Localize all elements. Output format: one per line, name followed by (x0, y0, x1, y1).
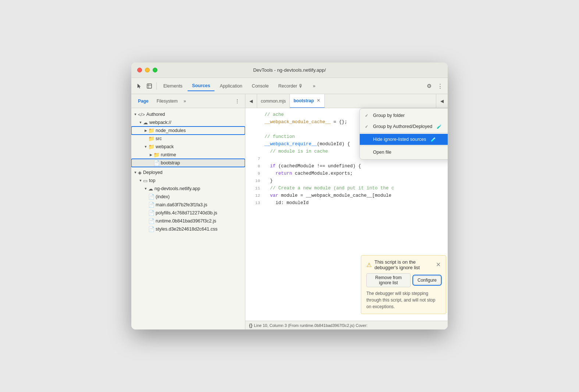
code-line-12: 12 var module = __webpack_module_cache__… (245, 192, 448, 199)
status-text: Line 10, Column 3 (From runtime.0b841bad… (254, 323, 367, 328)
notif-title: This script is on the debugger's ignore … (374, 259, 433, 270)
webpack-folder-item[interactable]: ▼ 📁 webpack (131, 143, 245, 151)
styles-file-item[interactable]: 📄 styles.d3e2b24618d2c641.css (131, 225, 245, 233)
menu-group-authored-deployed[interactable]: ✓ Group by Authored/Deployed 🧪 (360, 121, 448, 132)
check-icon: ✓ (365, 124, 370, 129)
tab-recorder[interactable]: Recorder 🎙 (274, 81, 308, 91)
title-bar: DevTools - ng-devtools.netlify.app/ (131, 63, 448, 78)
sec-tab-more[interactable]: » (182, 98, 188, 104)
traffic-lights (137, 68, 157, 72)
bootstrap-tab-label: bootstrap (294, 98, 314, 103)
menu-hide-ignore-listed[interactable]: Hide ignore-listed sources 🧪 (360, 134, 448, 145)
status-bar: {} Line 10, Column 3 (From runtime.0b841… (245, 321, 448, 329)
minimize-button[interactable] (145, 68, 150, 72)
maximize-button[interactable] (153, 68, 157, 72)
index-file-item[interactable]: 📄 (index) (131, 193, 245, 201)
check-icon: ✓ (365, 113, 370, 118)
bootstrap-item[interactable]: 📄 bootstrap (131, 159, 245, 167)
menu-item-label: Hide ignore-listed sources (373, 137, 426, 142)
experiment-icon: 🧪 (431, 137, 436, 142)
file-tab-common[interactable]: common.mjs (257, 94, 290, 108)
notif-close-button[interactable]: ✕ (436, 262, 441, 268)
common-tab-label: common.mjs (261, 99, 286, 104)
ignore-notification: ⚠ This script is on the debugger's ignor… (361, 255, 446, 314)
remove-from-ignore-button[interactable]: Remove from ignore list (366, 273, 411, 287)
file-tabs: ◀ common.mjs bootstrap ✕ ◀ (245, 94, 448, 108)
bootstrap-tab-close[interactable]: ✕ (316, 98, 321, 103)
tab-bar: Elements Sources Application Console Rec… (131, 78, 448, 94)
tab-more[interactable]: » (308, 81, 320, 91)
runtime-item[interactable]: ▶ 📁 runtime (131, 151, 245, 159)
menu-separator (360, 146, 448, 146)
file-tree: ▼ </> Authored ▼ ☁ webpack:// ▶ 📁 node_m… (131, 108, 245, 329)
main-content: Page Filesystem » ⋮ ▼ </> Authored ▼ ☁ (131, 94, 448, 329)
code-line-11: 11 // Create a new module (and put it in… (245, 185, 448, 192)
tab-sources[interactable]: Sources (188, 81, 214, 91)
notif-header: ⚠ This script is on the debugger's ignor… (366, 259, 441, 270)
cursor-icon[interactable] (134, 81, 144, 91)
close-button[interactable] (137, 68, 142, 72)
code-line-13: 13 id: moduleId (245, 199, 448, 207)
code-line-8: 8 if (cachedModule !== undefined) { (245, 163, 448, 170)
menu-item-label: Open file (373, 150, 391, 155)
settings-icon[interactable]: ⚙ (424, 81, 434, 91)
netlify-item[interactable]: ▼ ☁ ng-devtools.netlify.app (131, 185, 245, 193)
left-panel: Page Filesystem » ⋮ ▼ </> Authored ▼ ☁ (131, 94, 245, 329)
svg-rect-0 (147, 84, 152, 88)
sec-tab-page[interactable]: Page (134, 97, 152, 105)
separator (156, 82, 157, 90)
menu-open-file[interactable]: Open file ⌘ P (360, 147, 448, 158)
node-modules-item[interactable]: ▶ 📁 node_modules (131, 126, 245, 135)
braces-icon: {} (249, 323, 252, 328)
file-tab-bootstrap[interactable]: bootstrap ✕ (290, 94, 325, 108)
sec-tab-filesystem[interactable]: Filesystem (153, 97, 181, 105)
inspect-icon[interactable] (145, 81, 154, 91)
devtools-window: DevTools - ng-devtools.netlify.app/ Elem… (131, 63, 448, 329)
tab-elements[interactable]: Elements (159, 81, 187, 91)
runtime-file-item[interactable]: 📄 runtime.0b841bad3967f3c2.js (131, 217, 245, 225)
top-item[interactable]: ▼ ▭ top (131, 177, 245, 185)
menu-item-label: Group by Authored/Deployed (373, 124, 432, 129)
code-line-9: 9 return cachedModule.exports; (245, 170, 448, 177)
notif-description: The debugger will skip stepping through … (366, 290, 441, 310)
menu-group-by-folder[interactable]: ✓ Group by folder (360, 110, 448, 121)
src-item[interactable]: 📁 src (131, 135, 245, 143)
nav-back-icon[interactable]: ◀ (245, 94, 257, 108)
secondary-nav: Page Filesystem » ⋮ (131, 94, 245, 108)
file-tabs-nav-right[interactable]: ◀ (436, 94, 448, 108)
tab-console[interactable]: Console (248, 81, 273, 91)
webpack-item[interactable]: ▼ ☁ webpack:// (131, 118, 245, 126)
warning-icon: ⚠ (366, 261, 372, 268)
more-options-icon[interactable]: ⋮ (435, 81, 445, 91)
polyfills-file-item[interactable]: 📄 polyfills.4c768d7122740d3b.js (131, 209, 245, 217)
configure-button[interactable]: Configure (413, 276, 441, 285)
right-panel: ◀ common.mjs bootstrap ✕ ◀ // ache (245, 94, 448, 329)
code-line-10: 10 } (245, 177, 448, 185)
notif-buttons: Remove from ignore list Configure (366, 273, 441, 287)
sec-nav-more-icon[interactable]: ⋮ (232, 97, 242, 105)
tab-bar-right: ⚙ ⋮ (424, 81, 445, 91)
deployed-section[interactable]: ▼ ◈ Deployed (131, 168, 245, 177)
main-file-item[interactable]: 📄 main.da63f7b2fe3f1fa3.js (131, 201, 245, 209)
window-title: DevTools - ng-devtools.netlify.app/ (253, 67, 326, 73)
tab-application[interactable]: Application (215, 81, 246, 91)
menu-item-label: Group by folder (373, 113, 405, 118)
experiment-icon: 🧪 (437, 124, 442, 129)
context-menu: ✓ Group by folder ✓ Group by Authored/De… (359, 108, 448, 160)
authored-section[interactable]: ▼ </> Authored (131, 110, 245, 118)
menu-separator (360, 133, 448, 133)
